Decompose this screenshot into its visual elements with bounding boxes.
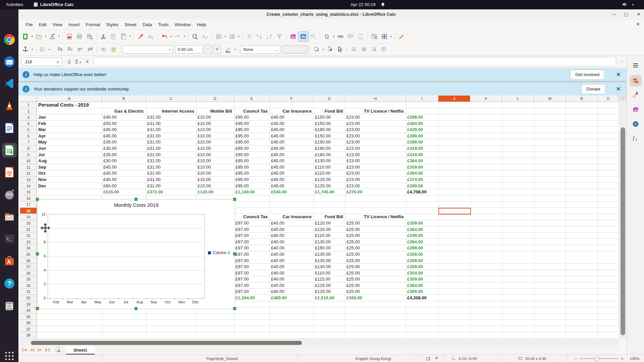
cell[interactable]: Food Bill xyxy=(314,108,345,115)
cell[interactable]: £45.00 xyxy=(102,114,146,121)
dock-item-app-grid[interactable] xyxy=(2,349,17,362)
selection-handle[interactable] xyxy=(233,307,236,310)
row-header-14[interactable]: 14 xyxy=(20,183,37,189)
zoom-in-icon[interactable]: + xyxy=(621,355,624,362)
cell[interactable]: £1,164.00 xyxy=(234,295,270,301)
cell[interactable]: £95.00 xyxy=(234,139,270,145)
cell[interactable]: £97.00 xyxy=(234,283,270,289)
row-header-30[interactable]: 30 xyxy=(20,283,37,289)
row-header-22[interactable]: 22 xyxy=(20,233,37,239)
cell[interactable]: £10.00 xyxy=(196,164,234,171)
cell[interactable]: £25.00 xyxy=(345,220,406,227)
row-header-28[interactable]: 28 xyxy=(20,270,37,277)
dropdown-arrow-icon[interactable]: ▾ xyxy=(44,35,47,38)
row-header-31[interactable]: 31 xyxy=(20,289,37,295)
name-box-dropdown-icon[interactable]: ▼ xyxy=(56,58,59,67)
document-modified-icon[interactable] xyxy=(434,355,438,362)
donate-button[interactable]: Donate xyxy=(581,84,605,94)
cell[interactable]: £25.00 xyxy=(345,233,406,239)
back-one-disabled-button[interactable] xyxy=(369,45,379,54)
bring-to-front-button[interactable] xyxy=(55,45,65,54)
cell[interactable]: £1,745.00 xyxy=(314,189,345,195)
cell[interactable]: £389.00 xyxy=(406,139,438,145)
cell[interactable]: £349.00 xyxy=(406,233,438,239)
cell[interactable]: £95.00 xyxy=(234,152,270,158)
cell[interactable]: Mobile Bill xyxy=(196,108,234,115)
cell[interactable]: £45.00 xyxy=(102,177,146,183)
to-back-disabled-button[interactable] xyxy=(379,45,389,54)
cell[interactable]: £45.00 xyxy=(270,158,314,164)
cell[interactable]: £419.00 xyxy=(406,152,438,158)
properties-icon[interactable] xyxy=(630,75,642,86)
cell[interactable]: Gas & Electric xyxy=(102,108,146,115)
cell[interactable]: £40.00 xyxy=(270,289,314,295)
cell[interactable]: Aug xyxy=(37,158,102,164)
comment-button[interactable] xyxy=(345,32,356,41)
cell[interactable]: £97.00 xyxy=(234,220,270,227)
cell[interactable]: £97.00 xyxy=(234,258,270,264)
dock-item-trash[interactable] xyxy=(2,298,17,313)
cell[interactable]: £150.00 xyxy=(314,133,345,139)
cell[interactable]: £25.00 xyxy=(345,251,406,258)
cell[interactable]: £359.00 xyxy=(406,220,438,227)
row-header-9[interactable]: 9 xyxy=(20,152,37,158)
cell[interactable]: £125.00 xyxy=(314,289,345,295)
dock-item-vlc[interactable] xyxy=(2,99,17,113)
menu-sheet[interactable]: Sheet xyxy=(121,21,139,28)
column-header-O[interactable]: O xyxy=(598,96,619,102)
column-header-K[interactable]: K xyxy=(470,96,502,102)
cell[interactable]: £10.00 xyxy=(196,114,234,121)
cell[interactable]: £95.00 xyxy=(234,127,270,133)
column-header-B[interactable]: B xyxy=(102,96,146,102)
cell[interactable]: May xyxy=(37,139,102,145)
dropdown-arrow-icon[interactable]: ▾ xyxy=(169,35,173,38)
selection-handle[interactable] xyxy=(36,252,39,255)
menu-edit[interactable]: Edit xyxy=(36,21,50,28)
cell[interactable]: Car Insurance xyxy=(270,214,314,220)
system-menu-caret-icon[interactable]: ▾ xyxy=(632,0,634,9)
cell[interactable]: £40.00 xyxy=(270,245,314,251)
dropdown-arrow-icon[interactable]: ▾ xyxy=(57,35,61,38)
row-header-15[interactable]: 15 xyxy=(20,189,37,195)
selection-handle[interactable] xyxy=(135,307,138,310)
cell[interactable]: £25.00 xyxy=(345,245,406,251)
cell[interactable]: £45.00 xyxy=(102,170,146,177)
special-character-button[interactable]: Ω xyxy=(322,32,332,41)
cell[interactable]: £25.00 xyxy=(345,270,406,277)
topbar-app-name[interactable]: LibreOffice Calc xyxy=(40,0,74,9)
cell[interactable]: Internet Access xyxy=(146,108,196,115)
first-sheet-icon[interactable] xyxy=(21,347,29,353)
cell[interactable]: £97.00 xyxy=(234,276,270,283)
cell[interactable]: £364.00 xyxy=(406,158,438,164)
cell[interactable]: £95.00 xyxy=(234,133,270,139)
find-replace-button[interactable] xyxy=(190,32,200,41)
cell[interactable]: £95.00 xyxy=(234,177,270,183)
cell[interactable]: £23.00 xyxy=(345,127,406,133)
line-width-increase-button[interactable]: + xyxy=(213,45,221,54)
cell[interactable]: £25.00 xyxy=(345,258,406,264)
cell[interactable]: £45.00 xyxy=(270,139,314,145)
cell[interactable]: £31.00 xyxy=(146,164,196,171)
cell[interactable]: £25.00 xyxy=(345,276,406,283)
line-width-field[interactable]: 0.00 cm xyxy=(175,45,203,54)
row-header-18[interactable]: 18 xyxy=(20,208,37,214)
cell[interactable]: £23.00 xyxy=(345,177,406,183)
open-button[interactable] xyxy=(34,32,44,41)
selection-handle[interactable] xyxy=(135,198,138,201)
cell[interactable]: £31.00 xyxy=(146,145,196,152)
cell[interactable]: £515.00 xyxy=(102,189,146,195)
cell[interactable]: £359.00 xyxy=(406,264,438,270)
cell[interactable]: Food Bill xyxy=(314,214,345,220)
dropdown-arrow-icon[interactable]: ▾ xyxy=(183,35,186,38)
cell[interactable]: £23.00 xyxy=(345,114,406,121)
sort-button[interactable] xyxy=(244,32,254,41)
cell[interactable]: £115.00 xyxy=(314,276,345,283)
selection-handle[interactable] xyxy=(36,307,39,310)
cell[interactable]: £23.00 xyxy=(345,164,406,171)
cell[interactable]: £130.00 xyxy=(314,258,345,264)
dropdown-arrow-icon[interactable]: ▾ xyxy=(237,35,240,38)
embedded-chart[interactable]: Monthly Costs 2019024681012FebMarAprMayJ… xyxy=(37,199,235,309)
dock-item-ubuntu-software[interactable]: A xyxy=(2,253,17,268)
cell[interactable]: £45.00 xyxy=(270,177,314,183)
cell[interactable]: £97.00 xyxy=(234,264,270,270)
